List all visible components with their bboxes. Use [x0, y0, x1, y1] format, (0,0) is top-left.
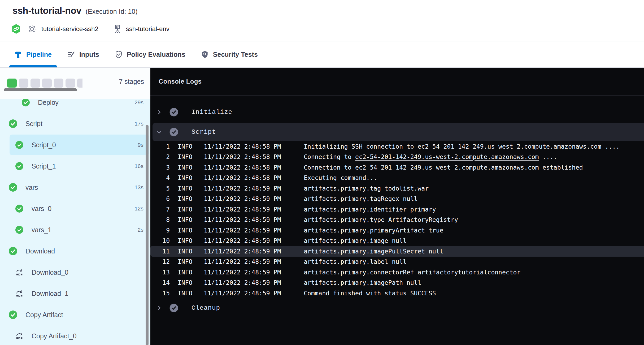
- log-message: Command finished with status SUCCESS: [304, 290, 436, 297]
- log-line-number: 2: [150, 153, 170, 160]
- service-name[interactable]: tutorial-service-ssh2: [41, 25, 98, 33]
- progress-segment[interactable]: [7, 79, 17, 88]
- pipeline-icon: [14, 50, 22, 59]
- tab-policy-evaluations[interactable]: Policy Evaluations: [115, 42, 185, 67]
- log-timestamp: 11/11/2022 2:48:58 PM: [204, 153, 281, 160]
- log-timestamp: 11/11/2022 2:48:59 PM: [204, 258, 281, 265]
- log-level: INFO: [178, 290, 192, 297]
- stage-row[interactable]: vars 13s: [0, 177, 150, 198]
- section-check-icon: [169, 128, 178, 136]
- host-link[interactable]: ec2-54-201-142-249.us-west-2.compute.ama…: [355, 153, 539, 160]
- progress-segment[interactable]: [66, 79, 75, 88]
- stage-row[interactable]: Copy Artifact_0: [0, 325, 150, 345]
- log-line: 3 INFO 11/11/2022 2:48:58 PM Connection …: [150, 162, 644, 173]
- environment-icon: [113, 24, 122, 33]
- tab-pipeline[interactable]: Pipeline: [14, 42, 52, 67]
- chevron-right-icon[interactable]: [156, 305, 162, 311]
- log-line-number: 3: [150, 164, 170, 171]
- tab-label: Inputs: [79, 51, 99, 58]
- progress-segment[interactable]: [42, 79, 52, 88]
- stage-row[interactable]: Copy Artifact: [0, 304, 150, 325]
- environment-name[interactable]: ssh-tutorial-env: [126, 25, 169, 33]
- log-message: artifacts.primary.connectorRef artifacto…: [304, 269, 520, 276]
- stage-duration: 29s: [134, 99, 143, 106]
- stage-row[interactable]: Script 17s: [0, 113, 150, 134]
- progress-segment[interactable]: [31, 79, 40, 88]
- log-line: 11 INFO 11/11/2022 2:48:59 PM artifacts.…: [150, 246, 644, 257]
- chevron-right-icon[interactable]: [156, 109, 162, 115]
- tab-label: Policy Evaluations: [127, 51, 185, 58]
- execution-tabbar: Pipeline Inputs Policy Evaluations: [0, 42, 644, 68]
- section-label: Cleanup: [192, 304, 220, 312]
- log-timestamp: 11/11/2022 2:48:59 PM: [204, 248, 281, 255]
- log-timestamp: 11/11/2022 2:48:59 PM: [204, 237, 281, 244]
- success-icon: [9, 247, 17, 255]
- stage-row[interactable]: Deploy 29s: [0, 99, 150, 113]
- stage-row[interactable]: Script_1 16s: [0, 156, 150, 177]
- log-level: INFO: [178, 174, 192, 181]
- log-line-number: 1: [150, 143, 170, 150]
- log-timestamp: 11/11/2022 2:48:58 PM: [204, 174, 281, 181]
- log-level: INFO: [178, 164, 192, 171]
- stage-label: Script_0: [32, 141, 56, 149]
- log-message: artifacts.primary.tagRegex null: [304, 195, 417, 202]
- progress-segment[interactable]: [54, 79, 63, 88]
- log-timestamp: 11/11/2022 2:48:59 PM: [204, 227, 281, 234]
- log-line-number: 10: [150, 237, 170, 244]
- log-level: INFO: [178, 237, 192, 244]
- loop-icon: [15, 290, 23, 297]
- console-title: Console Logs: [159, 78, 202, 85]
- log-level: INFO: [178, 185, 192, 192]
- sidebar-scrollbar[interactable]: [146, 125, 149, 345]
- log-message: artifacts.primary.tag todolist.war: [304, 185, 429, 192]
- log-line-number: 11: [150, 248, 170, 255]
- log-timestamp: 11/11/2022 2:48:59 PM: [204, 290, 281, 297]
- success-icon: [15, 162, 23, 170]
- host-link[interactable]: ec2-54-201-142-249.us-west-2.compute.ama…: [417, 143, 601, 150]
- stage-row[interactable]: Download_0: [0, 262, 150, 283]
- stage-label: Script_1: [32, 162, 56, 170]
- success-icon: [9, 119, 17, 128]
- stage-duration: 13s: [134, 184, 143, 191]
- section-check-icon: [169, 108, 178, 117]
- stage-label: Deploy: [38, 99, 59, 106]
- execution-id: (Execution Id: 10): [86, 8, 138, 15]
- log-line: 4 INFO 11/11/2022 2:48:58 PM Executing c…: [150, 173, 644, 183]
- log-message: Connecting to ec2-54-201-142-249.us-west…: [304, 153, 557, 160]
- log-timestamp: 11/11/2022 2:48:58 PM: [204, 164, 281, 171]
- progress-segment[interactable]: [19, 79, 28, 88]
- stage-duration: 9s: [138, 142, 143, 148]
- stage-progress-bar[interactable]: [7, 79, 82, 88]
- horizontal-scrollbar[interactable]: [4, 88, 77, 91]
- log-section-initialize[interactable]: Initialize: [150, 105, 644, 119]
- loop-icon: [15, 332, 23, 340]
- log-line-number: 6: [150, 195, 170, 202]
- tab-inputs[interactable]: Inputs: [67, 42, 99, 67]
- log-section-script[interactable]: Script: [153, 123, 644, 141]
- log-section-cleanup[interactable]: Cleanup: [150, 301, 644, 315]
- log-level: INFO: [178, 143, 192, 150]
- stage-duration: 17s: [134, 120, 143, 127]
- log-timestamp: 11/11/2022 2:48:59 PM: [204, 206, 281, 213]
- log-level: INFO: [178, 227, 192, 234]
- section-label: Script: [192, 128, 216, 136]
- log-line-number: 9: [150, 227, 170, 234]
- log-line: 1 INFO 11/11/2022 2:48:58 PM Initializin…: [150, 141, 644, 152]
- stage-row[interactable]: Download_1: [0, 283, 150, 304]
- host-link[interactable]: ec2-54-201-142-249.us-west-2.compute.ama…: [355, 164, 539, 171]
- stage-row[interactable]: vars_1 2s: [0, 219, 150, 240]
- log-message: artifacts.primary.primaryArtifact true: [304, 227, 443, 234]
- tab-security-tests[interactable]: Security Tests: [201, 42, 258, 67]
- log-line: 5 INFO 11/11/2022 2:48:59 PM artifacts.p…: [150, 183, 644, 194]
- stage-row[interactable]: vars_0 12s: [0, 198, 150, 219]
- stage-row[interactable]: Download: [0, 240, 150, 262]
- log-line: 10 INFO 11/11/2022 2:48:59 PM artifacts.…: [150, 236, 644, 246]
- progress-segment[interactable]: [77, 79, 82, 88]
- log-line: 9 INFO 11/11/2022 2:48:59 PM artifacts.p…: [150, 225, 644, 236]
- inputs-icon: [67, 50, 75, 59]
- section-check-icon: [169, 304, 178, 312]
- tab-label: Security Tests: [213, 51, 258, 58]
- stage-row[interactable]: Script_0 9s: [0, 134, 150, 156]
- chevron-down-icon[interactable]: [156, 129, 162, 135]
- loop-icon: [15, 268, 23, 276]
